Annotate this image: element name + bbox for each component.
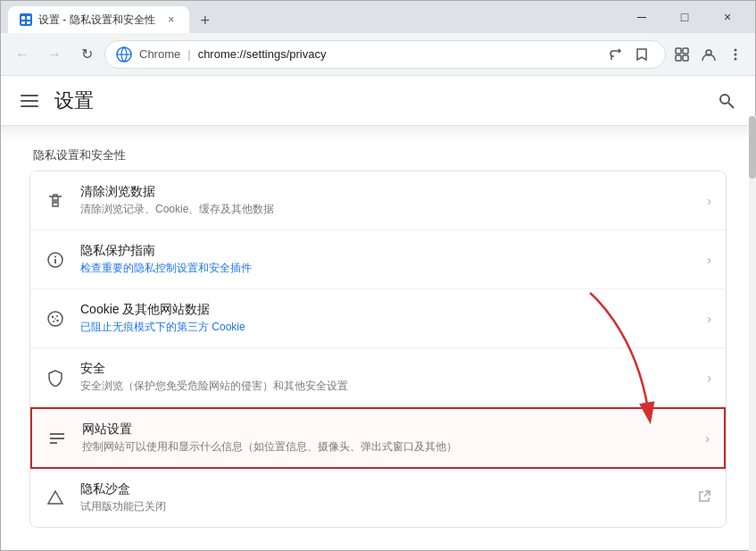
refresh-button[interactable]: ↻ bbox=[72, 40, 101, 69]
svg-point-27 bbox=[56, 315, 58, 317]
settings-header: 设置 bbox=[1, 76, 755, 126]
share-button[interactable] bbox=[602, 42, 627, 67]
active-tab[interactable]: 设置 - 隐私设置和安全性 × bbox=[8, 6, 189, 33]
svg-point-28 bbox=[53, 321, 54, 322]
privacy-guide-subtitle: 检查重要的隐私控制设置和安全插件 bbox=[80, 261, 693, 276]
window-controls: ─ □ × bbox=[621, 3, 748, 31]
svg-point-14 bbox=[735, 57, 737, 60]
cookie-icon bbox=[45, 308, 66, 330]
svg-marker-35 bbox=[48, 491, 62, 504]
svg-rect-0 bbox=[20, 13, 32, 26]
privacy-section-title: 隐私设置和安全性 bbox=[29, 147, 727, 163]
svg-rect-8 bbox=[683, 48, 688, 54]
svg-point-26 bbox=[52, 315, 54, 317]
maximize-button[interactable]: □ bbox=[664, 3, 705, 31]
settings-container: 设置 隐私设置和安全性 bbox=[1, 76, 755, 550]
address-url: chrome://settings/privacy bbox=[198, 47, 327, 61]
svg-point-18 bbox=[720, 95, 729, 104]
site-settings-title: 网站设置 bbox=[82, 422, 691, 438]
toolbar-actions bbox=[669, 42, 748, 67]
sandbox-subtitle: 试用版功能已关闭 bbox=[80, 499, 683, 514]
forward-button[interactable]: → bbox=[40, 40, 69, 69]
minimize-button[interactable]: ─ bbox=[621, 3, 662, 31]
settings-search-button[interactable] bbox=[712, 87, 741, 115]
svg-rect-7 bbox=[676, 48, 681, 54]
svg-rect-3 bbox=[21, 21, 25, 24]
site-settings-subtitle: 控制网站可以使用和显示什么信息（如位置信息、摄像头、弹出式窗口及其他） bbox=[82, 439, 691, 455]
svg-rect-2 bbox=[27, 16, 30, 20]
chevron-right-icon: › bbox=[707, 312, 711, 326]
scroll-hint bbox=[1, 126, 755, 140]
svg-point-29 bbox=[56, 319, 58, 321]
svg-point-13 bbox=[735, 53, 737, 55]
site-icon bbox=[116, 46, 132, 63]
svg-rect-16 bbox=[21, 100, 38, 102]
security-text: 安全 安全浏览（保护您免受危险网站的侵害）和其他安全设置 bbox=[80, 361, 693, 394]
sandbox-text: 隐私沙盒 试用版功能已关闭 bbox=[80, 481, 683, 514]
svg-rect-17 bbox=[21, 105, 38, 107]
back-button[interactable]: ← bbox=[8, 40, 37, 69]
sandbox-icon bbox=[45, 488, 66, 509]
title-bar: 设置 - 隐私设置和安全性 × + ─ □ × bbox=[1, 1, 755, 33]
svg-rect-15 bbox=[21, 95, 38, 96]
tab-favicon bbox=[19, 13, 33, 27]
settings-content[interactable]: 隐私设置和安全性 清除浏览数据 清除浏览记录、Cookie、缓存及其他数据 bbox=[1, 126, 755, 550]
trash-icon bbox=[45, 190, 66, 212]
svg-point-30 bbox=[54, 318, 56, 320]
tab-area: 设置 - 隐私设置和安全性 × + bbox=[8, 1, 621, 33]
svg-rect-1 bbox=[21, 16, 25, 20]
browser-window: 设置 - 隐私设置和安全性 × + ─ □ × ← → ↻ bbox=[0, 0, 756, 551]
privacy-guide-text: 隐私保护指南 检查重要的隐私控制设置和安全插件 bbox=[80, 243, 693, 276]
list-item[interactable]: 清除浏览数据 清除浏览记录、Cookie、缓存及其他数据 › bbox=[30, 171, 726, 230]
svg-rect-9 bbox=[676, 55, 681, 61]
scrollbar-track[interactable] bbox=[749, 116, 756, 551]
svg-point-24 bbox=[54, 255, 56, 257]
chevron-right-icon: › bbox=[707, 194, 711, 208]
address-bar-row: ← → ↻ Chrome | chrome://settings/privacy bbox=[1, 33, 755, 76]
address-chrome-label: Chrome bbox=[139, 47, 180, 61]
privacy-guide-title: 隐私保护指南 bbox=[80, 243, 693, 259]
privacy-guide-icon bbox=[45, 249, 66, 271]
sandbox-title: 隐私沙盒 bbox=[80, 481, 683, 497]
chevron-right-icon: › bbox=[707, 371, 711, 385]
list-item[interactable]: Cookie 及其他网站数据 已阻止无痕模式下的第三方 Cookie › bbox=[30, 289, 726, 348]
clear-data-subtitle: 清除浏览记录、Cookie、缓存及其他数据 bbox=[80, 202, 693, 217]
menu-button[interactable] bbox=[15, 87, 44, 115]
svg-line-19 bbox=[728, 103, 734, 108]
site-settings-highlight-wrapper: 网站设置 控制网站可以使用和显示什么信息（如位置信息、摄像头、弹出式窗口及其他）… bbox=[30, 407, 726, 469]
profile-button[interactable] bbox=[696, 42, 721, 67]
clear-data-title: 清除浏览数据 bbox=[80, 184, 693, 200]
cookies-subtitle: 已阻止无痕模式下的第三方 Cookie bbox=[80, 320, 693, 335]
chevron-right-icon: › bbox=[707, 253, 711, 267]
site-settings-icon bbox=[46, 428, 68, 449]
site-settings-text: 网站设置 控制网站可以使用和显示什么信息（如位置信息、摄像头、弹出式窗口及其他） bbox=[82, 422, 691, 455]
svg-rect-4 bbox=[27, 21, 30, 24]
clear-data-text: 清除浏览数据 清除浏览记录、Cookie、缓存及其他数据 bbox=[80, 184, 693, 217]
new-tab-button[interactable]: + bbox=[193, 8, 218, 33]
list-item[interactable]: 安全 安全浏览（保护您免受危险网站的侵害）和其他安全设置 › bbox=[30, 348, 726, 407]
chevron-right-icon: › bbox=[705, 431, 710, 446]
tab-close-button[interactable]: × bbox=[164, 13, 179, 27]
address-actions bbox=[602, 42, 654, 67]
cookies-text: Cookie 及其他网站数据 已阻止无痕模式下的第三方 Cookie bbox=[80, 302, 693, 335]
list-item[interactable]: 隐私沙盒 试用版功能已关闭 bbox=[30, 469, 726, 527]
list-item[interactable]: 隐私保护指南 检查重要的隐私控制设置和安全插件 › bbox=[30, 230, 726, 289]
close-button[interactable]: × bbox=[707, 3, 748, 31]
privacy-settings-card: 清除浏览数据 清除浏览记录、Cookie、缓存及其他数据 › bbox=[29, 171, 727, 528]
scrollbar-thumb[interactable] bbox=[749, 116, 756, 179]
bookmark-button[interactable] bbox=[629, 42, 654, 67]
extensions-button[interactable] bbox=[669, 42, 694, 67]
svg-point-12 bbox=[735, 48, 737, 51]
tab-label: 设置 - 隐私设置和安全性 bbox=[38, 13, 155, 28]
svg-rect-10 bbox=[683, 55, 688, 61]
list-item[interactable]: 网站设置 控制网站可以使用和显示什么信息（如位置信息、摄像头、弹出式窗口及其他）… bbox=[32, 409, 724, 467]
security-title: 安全 bbox=[80, 361, 693, 377]
address-bar[interactable]: Chrome | chrome://settings/privacy bbox=[104, 40, 666, 69]
security-subtitle: 安全浏览（保护您免受危险网站的侵害）和其他安全设置 bbox=[80, 379, 693, 394]
security-icon bbox=[45, 367, 66, 388]
more-button[interactable] bbox=[723, 42, 748, 67]
cookies-title: Cookie 及其他网站数据 bbox=[80, 302, 693, 318]
external-link-icon bbox=[697, 489, 711, 507]
address-separator: | bbox=[187, 47, 190, 61]
settings-page-title: 设置 bbox=[54, 88, 94, 114]
